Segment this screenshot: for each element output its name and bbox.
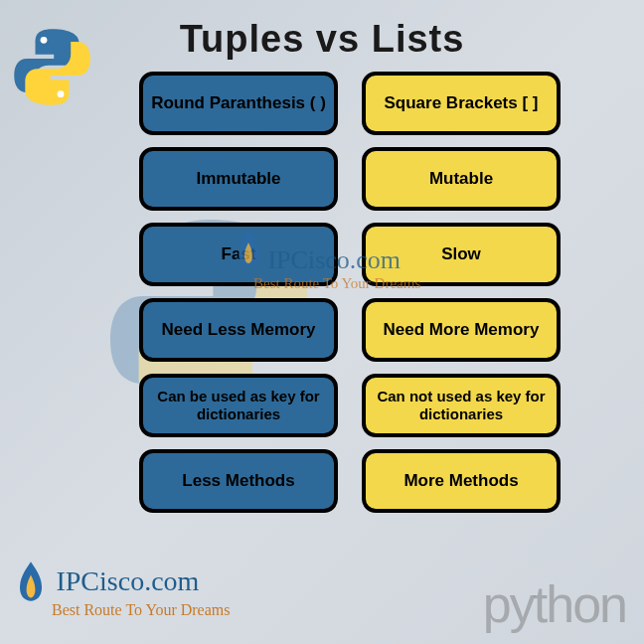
list-box: Slow [362,223,561,286]
tuple-box: Need Less Memory [139,298,338,362]
footer-brand: IPCisco.com [56,565,199,596]
python-logo-icon [10,25,94,109]
table-row: Immutable Mutable [139,147,576,211]
svg-point-1 [58,90,65,97]
tuple-box: Can be used as key for dictionaries [139,374,338,437]
list-box: Can not used as key for dictionaries [362,374,561,437]
tuple-box: Fast [139,223,338,286]
table-row: Less Methods More Methods [139,449,576,513]
list-box: Square Brackets [ ] [362,72,561,135]
tuple-box: Immutable [139,147,338,211]
comparison-grid: Round Paranthesis ( ) Square Brackets [ … [139,72,576,513]
table-row: Fast Slow [139,223,576,286]
table-row: Need Less Memory Need More Memory [139,298,576,362]
footer-logo: IPCisco.com Best Route To Your Dreams [14,560,230,619]
page-title: Tuples vs Lists [0,0,644,61]
list-box: More Methods [362,449,561,513]
list-box: Need More Memory [362,298,561,362]
tuple-box: Less Methods [139,449,338,513]
footer-slogan: Best Route To Your Dreams [52,601,230,619]
table-row: Round Paranthesis ( ) Square Brackets [ … [139,72,576,135]
python-text-watermark: python [483,574,626,634]
table-row: Can be used as key for dictionaries Can … [139,374,576,437]
tuple-box: Round Paranthesis ( ) [139,72,338,135]
svg-point-0 [41,37,48,44]
flame-icon [14,560,48,603]
list-box: Mutable [362,147,561,211]
